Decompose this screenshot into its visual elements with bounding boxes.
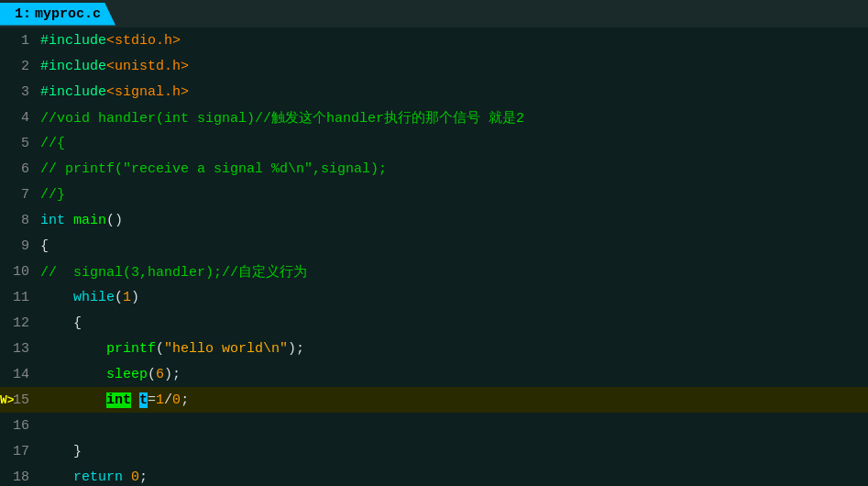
code-line-11: 11 while(1) (0, 284, 868, 310)
code-line-7: 7 //} (0, 182, 868, 207)
tab-bar: 1: myproc.c (0, 0, 868, 28)
code-line-4: 4 //void handler(int signal)//触发这个handle… (0, 105, 868, 130)
code-line-13: 13 printf("hello world\n"); (0, 336, 868, 361)
code-line-6: 6 // printf("receive a signal %d\n",sign… (0, 156, 868, 182)
line-content-5: //{ (33, 136, 65, 151)
code-line-5: 5 //{ (0, 130, 868, 156)
line-number-10: 10 (0, 264, 33, 280)
line-content-17: } (33, 444, 82, 459)
line-number-12: 12 (0, 315, 33, 331)
editor-window: 1: myproc.c 1 #include<stdio.h> 2 #inclu… (0, 0, 868, 486)
line-number-11: 11 (0, 290, 33, 305)
line-content-10: // signal(3,handler);//自定义行为 (33, 263, 307, 281)
line-content-2: #include<unistd.h> (33, 59, 189, 74)
line-number-3: 3 (0, 84, 33, 100)
code-line-10: 10 // signal(3,handler);//自定义行为 (0, 259, 868, 284)
line-number-17: 17 (0, 444, 33, 459)
line-number-7: 7 (0, 187, 33, 203)
line-content-8: int main() (33, 213, 123, 228)
code-line-18: 18 return 0; (0, 464, 868, 486)
line-number-6: 6 (0, 161, 33, 177)
active-tab[interactable]: 1: myproc.c (0, 3, 115, 26)
code-line-3: 3 #include<signal.h> (0, 79, 868, 105)
line-content-12: { (33, 315, 82, 331)
line-number-18: 18 (0, 469, 33, 485)
line-number-16: 16 (0, 418, 33, 434)
line-number-14: 14 (0, 367, 33, 382)
line-content-18: return 0; (33, 469, 148, 485)
tab-filename: myproc.c (35, 6, 101, 22)
line-content-7: //} (33, 187, 65, 203)
line-content-6: // printf("receive a signal %d\n",signal… (33, 161, 387, 177)
line-number-9: 9 (0, 238, 33, 254)
code-line-1: 1 #include<stdio.h> (0, 28, 868, 53)
line-number-4: 4 (0, 110, 33, 126)
code-line-8: 8 int main() (0, 207, 868, 233)
line-content-15: int t=1/0; (33, 392, 189, 408)
code-line-17: 17 } (0, 438, 868, 464)
line-content-14: sleep(6); (33, 367, 181, 382)
line-content-3: #include<signal.h> (33, 84, 189, 100)
line-number-5: 5 (0, 136, 33, 151)
line-number-13: 13 (0, 341, 33, 357)
line-number-15: W> 15 (0, 392, 33, 408)
line-content-1: #include<stdio.h> (33, 33, 181, 49)
code-line-16: 16 (0, 413, 868, 438)
line-content-9: { (33, 238, 49, 254)
line-number-1: 1 (0, 33, 33, 49)
code-line-2: 2 #include<unistd.h> (0, 53, 868, 79)
tab-number: 1: (15, 6, 31, 22)
line-number-8: 8 (0, 213, 33, 228)
code-line-14: 14 sleep(6); (0, 361, 868, 387)
gutter-mark-15: W> (0, 393, 15, 407)
code-line-12: 12 { (0, 310, 868, 336)
line-number-2: 2 (0, 59, 33, 74)
line-content-4: //void handler(int signal)//触发这个handler执… (33, 109, 524, 127)
line-content-11: while(1) (33, 290, 139, 305)
code-line-15: W> 15 int t=1/0; (0, 387, 868, 413)
code-line-9: 9 { (0, 233, 868, 259)
line-content-13: printf("hello world\n"); (33, 341, 304, 357)
code-editor: 1 #include<stdio.h> 2 #include<unistd.h>… (0, 28, 868, 486)
